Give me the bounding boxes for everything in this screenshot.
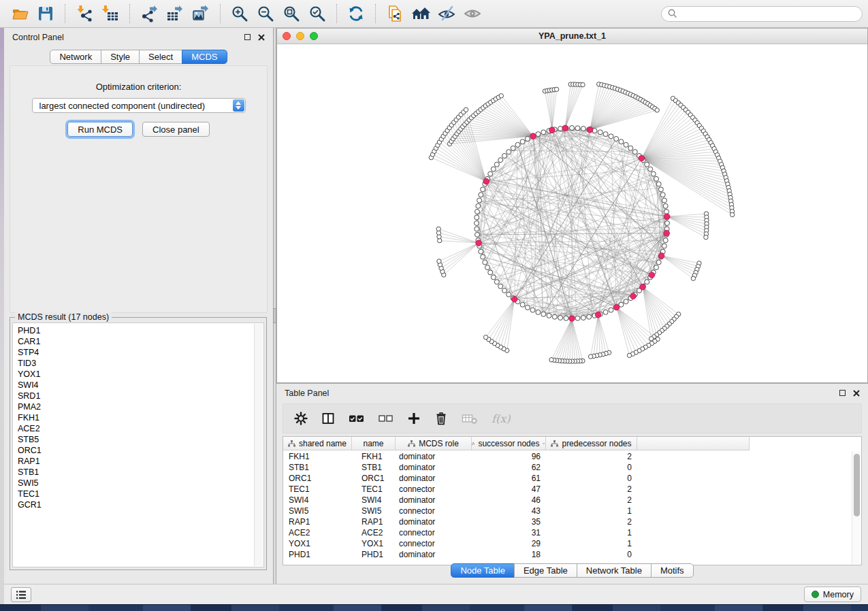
tab-select[interactable]: Select (139, 50, 182, 64)
export-image-button[interactable] (188, 3, 214, 24)
import-network-icon (76, 5, 93, 22)
list-item[interactable]: PMA2 (18, 401, 251, 412)
clone-network-button[interactable] (382, 3, 408, 24)
table-row[interactable]: STB1 STB1 dominator 62 0 (283, 462, 852, 473)
mcds-result-group: MCDS result (17 nodes) PHD1CAR1STP4TID3Y… (10, 317, 267, 570)
zoom-out-icon (257, 5, 274, 22)
node-table-header: shared name name MCDS role successor nod… (283, 437, 750, 450)
table-row[interactable]: ORC1 ORC1 dominator 61 0 (283, 473, 852, 484)
list-item[interactable]: RAP1 (18, 456, 251, 467)
table-scrollbar[interactable] (852, 451, 861, 564)
delete-table-icon[interactable] (462, 412, 478, 425)
hide-elements-button[interactable] (434, 3, 460, 24)
tab-node-table[interactable]: Node Table (451, 563, 515, 578)
memory-button[interactable]: Memory (804, 587, 861, 602)
import-table-button[interactable] (97, 3, 123, 24)
application-window: Control Panel Network Style Select MCDS … (0, 0, 868, 611)
close-panel-button[interactable]: Close panel (142, 122, 210, 137)
list-item[interactable]: GCR1 (18, 499, 251, 510)
run-mcds-button[interactable]: Run MCDS (67, 122, 133, 137)
table-row[interactable]: RAP1 RAP1 dominator 35 2 (283, 516, 852, 527)
tab-motifs[interactable]: Motifs (651, 563, 694, 578)
list-item[interactable]: STP4 (18, 347, 251, 358)
open-folder-icon (11, 5, 29, 22)
network-canvas[interactable] (277, 44, 867, 382)
home-networks-button[interactable] (408, 3, 434, 24)
export-network-button[interactable] (136, 3, 162, 24)
list-item[interactable]: TEC1 (18, 489, 251, 499)
column-header-predecessor-nodes[interactable]: predecessor nodes (546, 437, 637, 450)
column-type-icon (472, 440, 475, 447)
close-window-button[interactable] (283, 32, 291, 40)
list-item[interactable]: TID3 (18, 358, 251, 369)
list-item[interactable]: PHD1 (18, 325, 251, 336)
list-item[interactable]: FKH1 (18, 412, 251, 423)
minimize-window-button[interactable] (296, 32, 304, 40)
select-all-icon[interactable] (349, 412, 365, 425)
delete-column-icon[interactable] (434, 412, 448, 425)
status-bar: Memory (4, 584, 868, 604)
search-input[interactable] (677, 9, 856, 18)
table-row[interactable]: ACE2 ACE2 connector 31 1 (283, 527, 852, 538)
float-panel-icon[interactable] (839, 390, 846, 396)
table-row[interactable]: SWI4 SWI4 dominator 46 2 (283, 495, 852, 506)
list-item[interactable]: YOX1 (18, 369, 251, 380)
tab-edge-table[interactable]: Edge Table (514, 563, 577, 578)
show-elements-button[interactable] (460, 3, 485, 24)
mcds-result-listbox[interactable]: PHD1CAR1STP4TID3YOX1SWI4SRD1PMA2FKH1ACE2… (12, 323, 264, 567)
main-toolbar (0, 0, 868, 28)
zoom-in-button[interactable] (227, 3, 253, 24)
save-session-button[interactable] (33, 3, 59, 24)
add-column-icon[interactable] (407, 412, 421, 425)
export-network-icon (140, 5, 158, 22)
memory-label: Memory (823, 590, 854, 599)
task-history-button[interactable] (11, 587, 31, 602)
show-columns-icon[interactable] (321, 412, 335, 425)
open-file-button[interactable] (7, 3, 33, 24)
close-panel-icon[interactable] (853, 390, 860, 397)
list-item[interactable]: ACE2 (18, 423, 251, 434)
function-builder-icon[interactable]: f(x) (492, 412, 510, 425)
network-graph[interactable] (277, 44, 867, 382)
table-scrollbar-thumb[interactable] (854, 454, 860, 516)
network-window-titlebar[interactable]: YPA_prune.txt_1 (277, 29, 867, 44)
list-item[interactable]: CAR1 (18, 336, 251, 347)
list-item[interactable]: STB5 (18, 434, 251, 445)
table-options-gear-icon[interactable] (294, 412, 308, 425)
table-row[interactable]: FKH1 FKH1 dominator 96 2 (283, 451, 852, 462)
search-field[interactable] (661, 6, 863, 22)
refresh-layout-button[interactable] (343, 3, 369, 24)
table-panel-header: Table Panel (276, 384, 868, 402)
table-row[interactable]: PHD1 PHD1 dominator 18 0 (283, 549, 852, 560)
zoom-out-button[interactable] (253, 3, 278, 24)
column-header-shared-name[interactable]: shared name (283, 437, 352, 450)
table-row[interactable]: SWI5 SWI5 connector 43 1 (283, 506, 852, 516)
table-row[interactable]: TEC1 TEC1 connector 47 2 (283, 484, 852, 495)
fit-content-icon (283, 5, 300, 22)
list-item[interactable]: SRD1 (18, 391, 251, 401)
zoom-selected-button[interactable] (304, 3, 330, 24)
deselect-all-icon[interactable] (379, 412, 393, 425)
close-panel-icon[interactable] (258, 34, 265, 41)
list-item[interactable]: ORC1 (18, 445, 251, 456)
desktop-wallpaper-bottom (0, 604, 868, 611)
fit-content-button[interactable] (278, 3, 304, 24)
tab-network-table[interactable]: Network Table (577, 563, 652, 578)
list-item[interactable]: SWI4 (18, 380, 251, 391)
tab-style[interactable]: Style (101, 50, 140, 64)
column-header-mcds-role[interactable]: MCDS role (396, 437, 472, 450)
tab-mcds[interactable]: MCDS (182, 50, 227, 64)
criterion-dropdown[interactable]: largest connected component (undirected) (32, 98, 246, 113)
maximize-window-button[interactable] (310, 32, 318, 40)
result-scrollbar[interactable] (254, 324, 263, 566)
eye-icon (464, 5, 481, 22)
table-row[interactable]: YOX1 YOX1 connector 29 1 (283, 538, 852, 549)
import-network-button[interactable] (71, 3, 97, 24)
export-table-button[interactable] (162, 3, 188, 24)
column-header-successor-nodes[interactable]: successor nodes (472, 437, 546, 450)
float-panel-icon[interactable] (244, 34, 251, 40)
list-item[interactable]: SWI5 (18, 478, 251, 489)
column-header-name[interactable]: name (352, 437, 396, 450)
tab-network[interactable]: Network (50, 50, 101, 64)
list-item[interactable]: STB1 (18, 467, 251, 478)
